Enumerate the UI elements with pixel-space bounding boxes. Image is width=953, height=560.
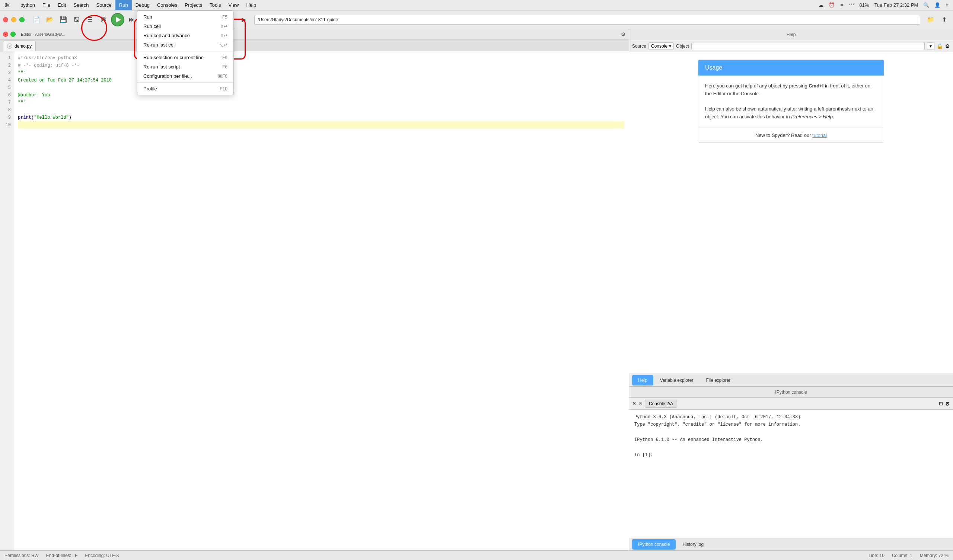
code-line-5 xyxy=(18,84,624,92)
tutorial-link[interactable]: tutorial xyxy=(812,132,827,138)
console-toolbar: ✕ ⊗ Console 2/A ⊡ ⚙ xyxy=(629,398,953,410)
editor-minimize-button[interactable] xyxy=(11,32,16,37)
open-file-button[interactable]: 📂 xyxy=(44,14,56,26)
menu-tools[interactable]: Tools xyxy=(206,0,225,10)
code-line-6: @author: You xyxy=(18,92,624,99)
source-select[interactable]: Console ▾ xyxy=(649,42,674,50)
help-content: Usage Here you can get help of any objec… xyxy=(629,52,953,374)
maximize-window-button[interactable] xyxy=(19,17,25,22)
editor-panel: × Editor - /Users/Gladys/... ⚙ × demo.py… xyxy=(0,29,629,550)
menu-help[interactable]: Help xyxy=(242,0,260,10)
config-per-file-shortcut: ⌘F6 xyxy=(218,74,227,79)
run-selection-label: Run selection or current line xyxy=(143,55,203,60)
config-per-file-label: Configuration per file... xyxy=(143,73,192,79)
code-editor[interactable]: #!/usr/bin/env python3 # -*- coding: utf… xyxy=(13,51,629,550)
console-title: IPython console xyxy=(775,389,807,395)
run-button[interactable] xyxy=(111,13,124,26)
console-prompt[interactable]: In [1]: xyxy=(634,451,948,459)
code-line-2: # -*- coding: utf-8 -*- xyxy=(18,62,624,69)
menu-run-item[interactable]: Run F5 xyxy=(137,12,233,22)
menu-view[interactable]: View xyxy=(225,0,243,10)
menu-edit[interactable]: Edit xyxy=(54,0,70,10)
usage-body: Here you can get help of any object by p… xyxy=(698,76,884,128)
menu-python[interactable]: python xyxy=(17,0,39,10)
menu-separator-1 xyxy=(137,51,233,51)
help-toolbar: Source Console ▾ Object ▾ 🔒 ⚙ xyxy=(629,40,953,52)
tab-file-explorer[interactable]: File explorer xyxy=(700,375,737,385)
editor-tab[interactable]: × demo.py xyxy=(3,40,36,51)
menu-profile-item[interactable]: Profile F10 xyxy=(137,84,233,93)
console-settings-icon[interactable]: ⚙ xyxy=(945,401,950,407)
time-machine-icon[interactable]: ⏰ xyxy=(829,2,835,8)
editor-settings-icon[interactable]: ⚙ xyxy=(621,31,626,37)
save-all-button[interactable]: 🖫 xyxy=(71,14,83,26)
object-select[interactable]: ▾ xyxy=(927,42,934,50)
console-expand-icon[interactable]: ⊡ xyxy=(939,401,943,406)
cloud-icon[interactable]: ☁ xyxy=(819,2,823,8)
help-title: Help xyxy=(787,32,796,37)
menu-run[interactable]: Run xyxy=(115,0,132,10)
right-panel: Help Source Console ▾ Object ▾ 🔒 ⚙ xyxy=(629,29,953,550)
menu-config-per-file-item[interactable]: Configuration per file... ⌘F6 xyxy=(137,71,233,81)
bluetooth-icon[interactable]: ✶ xyxy=(840,2,844,8)
code-line-4: Created on Tue Feb 27 14:27:54 2018 xyxy=(18,77,624,84)
run-selection-shortcut: F9 xyxy=(222,55,227,60)
rerun-last-script-label: Re-run last script xyxy=(143,64,180,70)
editor-close-button[interactable]: × xyxy=(3,32,8,37)
console-line-2: Type "copyright", "credits" or "license"… xyxy=(634,421,948,428)
user-icon[interactable]: 👤 xyxy=(934,2,941,8)
menu-file[interactable]: File xyxy=(39,0,54,10)
menu-consoles[interactable]: Consoles xyxy=(154,0,181,10)
close-window-button[interactable] xyxy=(3,17,8,22)
tab-close-icon[interactable]: × xyxy=(7,43,12,49)
tab-ipython-console[interactable]: IPython console xyxy=(632,539,676,549)
new-file-button[interactable]: 📄 xyxy=(31,14,42,26)
tab-history-log[interactable]: History log xyxy=(677,539,709,549)
preferences-button[interactable]: ☰ xyxy=(84,14,96,26)
mac-menubar: ⌘ python File Edit Search Source Run Deb… xyxy=(0,0,953,11)
lock-icon[interactable]: 🔒 xyxy=(937,43,943,49)
email-button[interactable]: @ xyxy=(98,14,109,26)
console-line-3 xyxy=(634,429,948,436)
menu-rerun-last-cell-item[interactable]: Re-run last cell ⌥↵ xyxy=(137,40,233,50)
battery-status: 81% xyxy=(859,2,869,8)
minimize-window-button[interactable] xyxy=(11,17,16,22)
up-dir-button[interactable]: ⬆ xyxy=(938,14,950,26)
path-bar[interactable]: /Users/Gladys/Documents/en1811-guide xyxy=(254,15,920,25)
menu-projects[interactable]: Projects xyxy=(181,0,206,10)
debug-button[interactable]: ⏭ xyxy=(126,14,138,26)
console-tab-label[interactable]: Console 2/A xyxy=(645,400,677,408)
code-line-7: """ xyxy=(18,99,624,106)
console-close-icon[interactable]: ✕ xyxy=(632,401,636,406)
menu-search[interactable]: Search xyxy=(70,0,92,10)
browse-button[interactable]: 📁 xyxy=(925,14,937,26)
menu-source[interactable]: Source xyxy=(93,0,115,10)
wifi-icon[interactable]: 〰 xyxy=(849,2,854,8)
help-tabs: Help Variable explorer File explorer xyxy=(629,374,953,386)
code-line-8 xyxy=(18,106,624,114)
menu-debug[interactable]: Debug xyxy=(132,0,154,10)
list-icon[interactable]: ≡ xyxy=(945,2,948,8)
run-shortcut: F5 xyxy=(222,14,227,20)
tab-help[interactable]: Help xyxy=(632,375,653,385)
apple-icon[interactable]: ⌘ xyxy=(5,2,10,9)
menu-rerun-last-script-item[interactable]: Re-run last script F6 xyxy=(137,62,233,71)
tab-variable-explorer[interactable]: Variable explorer xyxy=(654,375,700,385)
help-settings-icon[interactable]: ⚙ xyxy=(945,43,950,49)
console-line-5 xyxy=(634,444,948,451)
memory-status: Memory: 72 % xyxy=(920,553,948,558)
save-file-button[interactable]: 💾 xyxy=(57,14,69,26)
menu-run-cell-item[interactable]: Run cell ⇧↵ xyxy=(137,22,233,31)
menubar-right: ☁ ⏰ ✶ 〰 81% Tue Feb 27 2:32 PM 🔍 👤 ≡ xyxy=(819,2,948,8)
console-stop-icon[interactable]: ⊗ xyxy=(638,401,643,406)
menu-run-selection-item[interactable]: Run selection or current line F9 xyxy=(137,53,233,62)
line-status: Line: 10 xyxy=(869,553,885,558)
forward-button[interactable]: ▶ xyxy=(238,14,250,26)
run-menu[interactable]: Run F5 Run cell ⇧↵ Run cell and advance … xyxy=(137,11,234,95)
console-content[interactable]: Python 3.6.3 |Anaconda, Inc.| (default, … xyxy=(629,410,953,538)
object-input[interactable] xyxy=(691,42,925,50)
editor-header-text: Editor - /Users/Gladys/... xyxy=(21,32,65,36)
line-numbers: 12345 678910 xyxy=(0,51,13,550)
menu-run-cell-advance-item[interactable]: Run cell and advance ⇧↵ xyxy=(137,31,233,40)
search-icon[interactable]: 🔍 xyxy=(923,2,929,8)
